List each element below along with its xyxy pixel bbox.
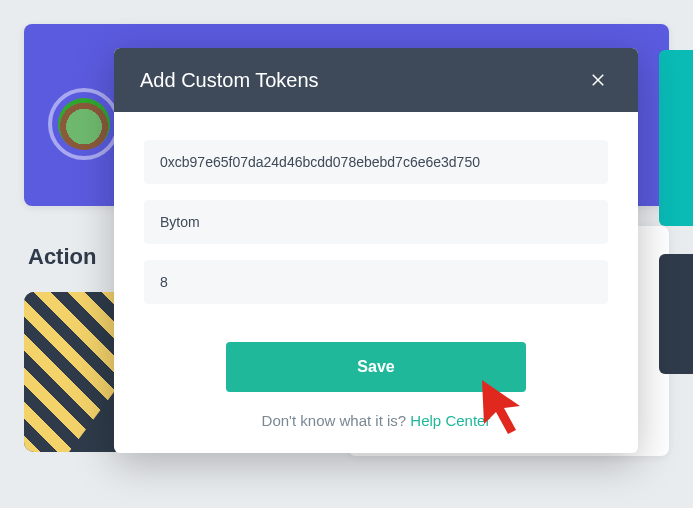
- help-center-link[interactable]: Help Center: [410, 412, 490, 429]
- modal-body: Save Don't know what it is? Help Center: [114, 112, 638, 453]
- promo-line-1: Se: [158, 341, 190, 371]
- promo-line-2: Tr: [162, 372, 187, 402]
- add-custom-tokens-modal: Add Custom Tokens Save Don't know what i…: [114, 48, 638, 453]
- close-button[interactable]: [584, 66, 612, 94]
- token-decimals-input[interactable]: [144, 260, 608, 304]
- token-address-input[interactable]: [144, 140, 608, 184]
- side-card-dark: [659, 254, 693, 374]
- hint-prefix: Don't know what it is?: [262, 412, 411, 429]
- modal-header: Add Custom Tokens: [114, 48, 638, 112]
- promo-card-text: Se Tr: [158, 341, 190, 403]
- hint-text: Don't know what it is? Help Center: [144, 412, 608, 429]
- close-icon: [589, 71, 607, 89]
- token-name-input[interactable]: [144, 200, 608, 244]
- save-button[interactable]: Save: [226, 342, 526, 392]
- avatar-ring: [48, 88, 120, 160]
- side-card-teal: [659, 50, 693, 226]
- modal-title: Add Custom Tokens: [140, 69, 319, 92]
- avatar-icon: [58, 98, 110, 150]
